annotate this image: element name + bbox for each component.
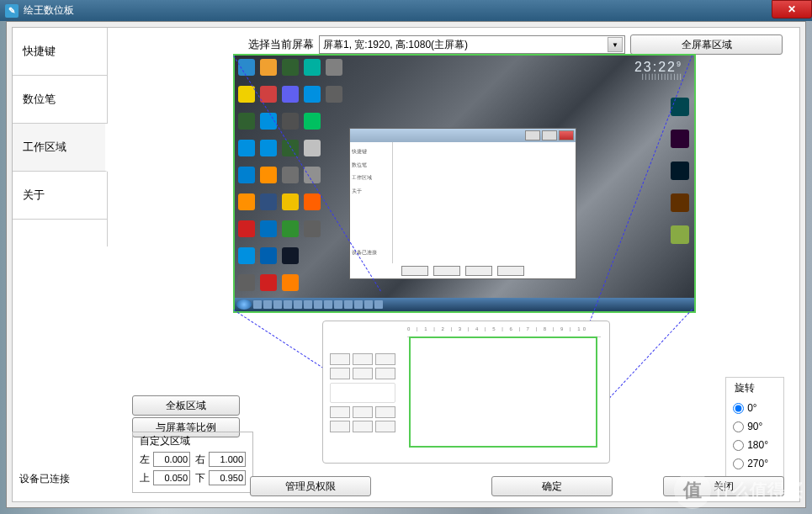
bottom-label: 下 (194, 471, 205, 485)
taskbar (235, 298, 694, 311)
rotate-180-radio[interactable] (733, 440, 744, 451)
custom-region-title: 自定义区域 (138, 434, 247, 448)
clock-time: 23:22 (634, 60, 677, 74)
screen-select-row: 选择当前屏幕 屏幕1, 宽:1920, 高:1080(主屏幕) ▼ 全屏幕区域 (248, 34, 783, 55)
tab-pen[interactable]: 数位笔 (13, 76, 107, 124)
tab-label: 快捷键 (23, 44, 56, 59)
right-label: 右 (194, 453, 205, 467)
window-frame: 快捷键 数位笔 工作区域 关于 设备已连接 选择当前屏幕 屏幕1, 宽:1920… (6, 21, 806, 508)
top-label: 上 (138, 471, 150, 485)
rotate-0[interactable]: 0° (733, 399, 768, 417)
tab-label: 工作区域 (23, 140, 66, 155)
status-label: 设备已连接 (19, 472, 70, 486)
radio-label: 0° (747, 402, 756, 414)
desktop-icons-right (671, 98, 689, 244)
inner-tab: 关于 (352, 185, 390, 199)
button-label: 关闭 (714, 480, 734, 494)
chevron-down-icon: ▼ (608, 37, 623, 52)
tablet-active-area[interactable] (409, 336, 597, 448)
clock-sec: 9 (677, 60, 682, 68)
screen-select-value: 屏幕1, 宽:1920, 高:1080(主屏幕) (323, 38, 468, 52)
inner-tab: 工作区域 (352, 172, 390, 185)
tablet-preview[interactable]: 0 | 1 | 2 | 3 | 4 | 5 | 6 | 7 | 8 | 9 | … (322, 321, 610, 464)
tab-about[interactable]: 关于 (13, 172, 107, 220)
start-icon (236, 299, 252, 310)
bottom-buttons: 管理员权限 确定 关闭 (250, 476, 784, 496)
fullscreen-region-button[interactable]: 全屏幕区域 (630, 34, 783, 55)
desktop-icons (238, 59, 344, 313)
desktop-clock: 23:229 │││││││││││││ (634, 61, 682, 79)
radio-label: 180° (747, 439, 768, 451)
ok-button[interactable]: 确定 (491, 476, 613, 496)
client-area: 快捷键 数位笔 工作区域 关于 设备已连接 选择当前屏幕 屏幕1, 宽:1920… (12, 27, 800, 502)
tab-shortcut-keys[interactable]: 快捷键 (13, 28, 107, 76)
rotate-270-radio[interactable] (733, 458, 744, 469)
titlebar: ✎ 绘王数位板 ✕ (0, 0, 812, 21)
rotate-270[interactable]: 270° (733, 454, 768, 473)
left-label: 左 (138, 453, 150, 467)
tablet-keypad (330, 353, 395, 435)
window-title: 绘王数位板 (24, 3, 74, 18)
rotate-180[interactable]: 180° (733, 436, 768, 454)
button-label: 全屏幕区域 (682, 38, 732, 52)
bottom-input[interactable]: 0.950 (209, 470, 246, 485)
button-label: 管理员权限 (285, 480, 336, 494)
close-button[interactable]: 关闭 (663, 476, 784, 496)
tab-work-area[interactable]: 工作区域 (13, 124, 108, 172)
screen-select-label: 选择当前屏幕 (248, 37, 314, 52)
right-input[interactable]: 1.000 (209, 452, 246, 467)
tab-label: 数位笔 (23, 92, 56, 107)
tab-label: 关于 (23, 188, 45, 203)
rotate-0-radio[interactable] (733, 403, 744, 414)
rotate-90-radio[interactable] (733, 421, 744, 432)
button-label: 全板区域 (166, 399, 206, 413)
inner-tab: 数位笔 (352, 159, 390, 172)
screen-preview[interactable]: 23:229 │││││││││││││ 快捷键 数位笔 工作区域 关于 设备已… (233, 54, 696, 313)
button-label: 确定 (542, 480, 562, 494)
app-icon: ✎ (5, 4, 19, 18)
inner-window: 快捷键 数位笔 工作区域 关于 设备已连接 (349, 128, 576, 279)
screen-select-dropdown[interactable]: 屏幕1, 宽:1920, 高:1080(主屏幕) ▼ (319, 35, 625, 54)
close-icon[interactable]: ✕ (772, 0, 812, 19)
full-tablet-button[interactable]: 全板区域 (132, 395, 240, 416)
radio-label: 90° (747, 421, 762, 432)
inner-status: 设备已连接 (352, 246, 377, 260)
rotate-title: 旋转 (733, 381, 768, 395)
left-input[interactable]: 0.000 (153, 452, 190, 467)
top-input[interactable]: 0.050 (153, 470, 190, 485)
custom-region-group: 自定义区域 左 0.000 右 1.000 上 0.050 下 0.950 (132, 432, 253, 493)
rotate-group: 旋转 0° 90° 180° 270° (725, 377, 784, 480)
sidebar: 快捷键 数位笔 工作区域 关于 (13, 28, 108, 246)
rotate-90[interactable]: 90° (733, 417, 768, 436)
inner-tab: 快捷键 (352, 146, 390, 159)
admin-privilege-button[interactable]: 管理员权限 (250, 476, 371, 496)
radio-label: 270° (747, 458, 768, 469)
